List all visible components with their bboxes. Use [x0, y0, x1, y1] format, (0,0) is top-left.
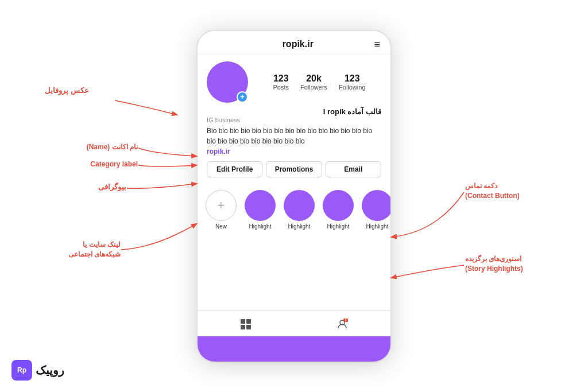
highlight-new-label: New — [215, 223, 227, 230]
svg-text:1: 1 — [345, 319, 347, 322]
stat-followers: 20k Followers — [300, 73, 327, 91]
highlight-label-4: Highlight — [366, 223, 389, 230]
highlight-item-3[interactable]: Highlight — [323, 190, 354, 230]
category-label: IG business — [207, 117, 381, 123]
svg-text:بیوگرافی: بیوگرافی — [98, 182, 126, 192]
svg-text:دکمه تماس: دکمه تماس — [465, 182, 498, 190]
svg-rect-2 — [241, 325, 245, 329]
following-count: 123 — [345, 73, 360, 84]
highlight-label-3: Highlight — [327, 223, 350, 230]
followers-count: 20k — [306, 73, 322, 84]
phone-header: ropik.ir ≡ — [198, 31, 390, 55]
account-name: قالب آماده I ropik — [207, 107, 381, 116]
svg-text:(Name) نام اکانت: (Name) نام اکانت — [87, 143, 138, 151]
stat-posts: 123 Posts — [273, 73, 289, 91]
avatar-wrapper: + — [207, 61, 248, 103]
tab-bar: 1 — [198, 311, 390, 336]
svg-text:شبکه‌های اجتماعی: شبکه‌های اجتماعی — [68, 250, 121, 258]
stat-following: 123 Following — [339, 73, 365, 91]
highlight-circle-4[interactable] — [362, 190, 390, 221]
person-tag-icon: 1 — [336, 318, 349, 331]
bottom-bar — [198, 336, 390, 362]
stats-row: 123 Posts 20k Followers 123 Following — [257, 73, 381, 91]
svg-text:لینک سایت یا: لینک سایت یا — [83, 240, 121, 249]
edit-profile-button[interactable]: Edit Profile — [207, 161, 262, 177]
profile-section: + 123 Posts 20k Followers 123 Following — [198, 55, 390, 182]
highlight-label-1: Highlight — [249, 223, 272, 230]
svg-rect-3 — [246, 325, 251, 329]
tab-tagged[interactable]: 1 — [294, 311, 390, 336]
tab-grid[interactable] — [198, 311, 294, 336]
page-wrapper: ropik.ir ≡ + 123 Posts 20k — [0, 0, 588, 392]
highlight-item-4[interactable]: Highlight — [362, 190, 390, 230]
svg-text:(Contact Button): (Contact Button) — [465, 192, 520, 200]
profile-link[interactable]: ropik.ir — [207, 148, 381, 156]
followers-label: Followers — [300, 84, 327, 91]
highlights-row: + New Highlight Highlight Highlight — [198, 182, 390, 235]
highlight-label-2: Highlight — [288, 223, 311, 230]
profile-top: + 123 Posts 20k Followers 123 Following — [207, 61, 381, 103]
plus-icon: + — [218, 199, 225, 212]
watermark-badge: Rp — [11, 360, 32, 381]
svg-text:(Story Highlights): (Story Highlights) — [465, 265, 523, 273]
watermark: Rp روپیک — [11, 360, 64, 381]
phone-mockup: ropik.ir ≡ + 123 Posts 20k — [196, 30, 392, 363]
svg-text:استوری‌های برگزیده: استوری‌های برگزیده — [465, 254, 521, 263]
grid-icon — [239, 318, 252, 331]
highlight-item-2[interactable]: Highlight — [284, 190, 315, 230]
highlight-circle-2[interactable] — [284, 190, 315, 221]
highlight-item-1[interactable]: Highlight — [245, 190, 276, 230]
username-title: ropik.ir — [283, 39, 314, 49]
watermark-name: روپیک — [36, 363, 64, 377]
svg-text:عکس پروفایل: عکس پروفایل — [45, 86, 89, 95]
highlight-new-item[interactable]: + New — [206, 190, 237, 230]
posts-label: Posts — [273, 84, 289, 91]
svg-text:Category label: Category label — [90, 160, 138, 168]
highlight-circle-1[interactable] — [245, 190, 276, 221]
promotions-button[interactable]: Promotions — [266, 161, 322, 177]
hamburger-icon[interactable]: ≡ — [374, 39, 380, 49]
posts-count: 123 — [273, 73, 289, 84]
action-buttons: Edit Profile Promotions Email — [207, 161, 381, 177]
following-label: Following — [339, 84, 365, 91]
svg-rect-1 — [246, 319, 251, 324]
email-button[interactable]: Email — [326, 161, 381, 177]
bio-text: Bio bio bio bio bio bio bio bio bio bio … — [207, 126, 381, 146]
bio-section: قالب آماده I ropik IG business Bio bio b… — [207, 107, 381, 156]
svg-rect-0 — [241, 319, 245, 324]
highlight-circle-3[interactable] — [323, 190, 354, 221]
avatar-add-button[interactable]: + — [237, 91, 248, 103]
highlight-new-circle[interactable]: + — [206, 190, 237, 221]
